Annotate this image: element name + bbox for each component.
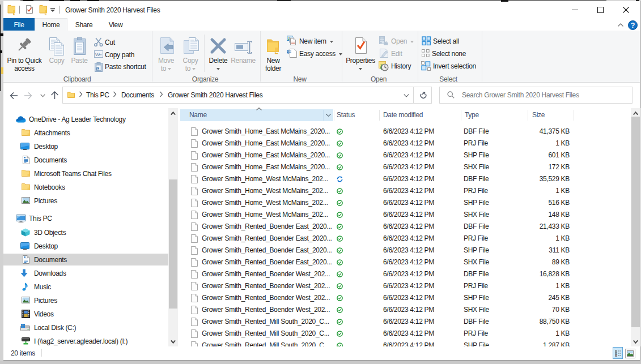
svg-text:W: W [95,52,100,57]
svg-text:?: ? [631,22,635,29]
